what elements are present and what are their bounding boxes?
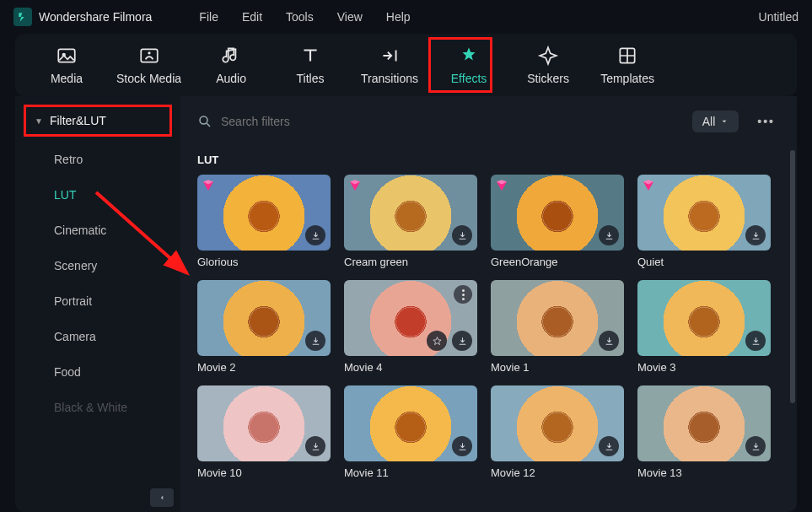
effect-thumbnail[interactable]: [197, 385, 331, 461]
sidebar-item-portrait[interactable]: Portrait: [54, 283, 180, 319]
effect-thumbnail[interactable]: [637, 280, 771, 356]
tab-stock-media[interactable]: Stock Media: [116, 45, 181, 85]
search-input[interactable]: [221, 115, 368, 128]
chevron-down-icon: ▼: [35, 116, 43, 126]
filter-label: All: [702, 115, 716, 128]
titles-icon: [299, 45, 321, 67]
tab-label: Effects: [451, 72, 487, 85]
effect-label: Movie 13: [637, 466, 771, 479]
sidebar-item-scenery[interactable]: Scenery: [54, 248, 180, 283]
scrollbar[interactable]: [790, 150, 795, 403]
download-button[interactable]: [452, 436, 472, 456]
download-button[interactable]: [599, 436, 619, 456]
tab-label: Stock Media: [116, 72, 181, 85]
effect-card[interactable]: Movie 13: [637, 385, 771, 479]
effect-label: Movie 1: [491, 361, 624, 374]
menu-file[interactable]: File: [199, 10, 218, 24]
titlebar: Wondershare Filmora FileEditToolsViewHel…: [0, 0, 812, 34]
menu-tools[interactable]: Tools: [286, 10, 314, 24]
menu-help[interactable]: Help: [386, 10, 411, 24]
tab-effects[interactable]: Effects: [439, 45, 498, 85]
effect-thumbnail[interactable]: [344, 175, 477, 251]
templates-icon: [616, 45, 638, 67]
download-button[interactable]: [452, 225, 472, 245]
effect-card[interactable]: Movie 3: [637, 280, 771, 374]
tab-transitions[interactable]: Transitions: [360, 45, 419, 85]
premium-badge-icon: [201, 178, 216, 193]
audio-icon: [220, 45, 242, 67]
download-button[interactable]: [305, 331, 325, 351]
tab-stickers[interactable]: Stickers: [519, 45, 578, 85]
download-button[interactable]: [599, 331, 619, 351]
search-box[interactable]: [197, 114, 679, 129]
effect-label: Movie 2: [197, 361, 331, 374]
effect-thumbnail[interactable]: [491, 175, 624, 251]
sidebar-item-cinematic[interactable]: Cinematic: [54, 213, 180, 248]
download-button[interactable]: [452, 331, 472, 351]
menu-bar: FileEditToolsViewHelp: [199, 10, 410, 24]
effect-card[interactable]: Movie 10: [197, 385, 331, 479]
effect-card[interactable]: Cream green: [344, 175, 477, 268]
tab-titles[interactable]: Titles: [281, 45, 340, 85]
download-button[interactable]: [745, 225, 766, 245]
effect-card[interactable]: Movie 4: [344, 280, 477, 374]
svg-point-5: [200, 116, 207, 124]
tab-audio[interactable]: Audio: [202, 45, 261, 85]
download-button[interactable]: [599, 225, 619, 245]
menu-view[interactable]: View: [337, 10, 363, 24]
effect-card[interactable]: GreenOrange: [491, 175, 624, 268]
app-logo-icon: [13, 8, 32, 26]
effect-card[interactable]: Quiet: [637, 175, 771, 268]
effect-thumbnail[interactable]: [197, 280, 331, 356]
effect-thumbnail[interactable]: [491, 280, 624, 356]
stock-media-icon: [138, 45, 160, 67]
effects-grid: GloriousCream greenGreenOrangeQuietMovie…: [197, 175, 780, 479]
effect-thumbnail[interactable]: [344, 280, 477, 356]
effect-card[interactable]: Movie 11: [344, 385, 477, 479]
stickers-icon: [537, 45, 559, 67]
effect-label: GreenOrange: [491, 256, 624, 268]
category-list: RetroLUTCinematicSceneryPortraitCameraFo…: [15, 142, 180, 425]
category-heading-filter-lut[interactable]: ▼ Filter&LUT: [24, 105, 172, 137]
download-button[interactable]: [305, 225, 325, 245]
premium-badge-icon: [641, 178, 656, 193]
sidebar-item-camera[interactable]: Camera: [54, 319, 180, 354]
chevron-down-icon: [720, 117, 729, 126]
download-button[interactable]: [745, 436, 766, 456]
download-button[interactable]: [745, 331, 766, 351]
sidebar-item-lut[interactable]: LUT: [54, 177, 180, 213]
sidebar-item-retro[interactable]: Retro: [54, 142, 180, 177]
effect-label: Movie 4: [344, 361, 477, 374]
effect-label: Movie 11: [344, 466, 477, 479]
effect-thumbnail[interactable]: [197, 175, 331, 251]
svg-rect-2: [141, 49, 158, 62]
sidebar-item-food[interactable]: Food: [54, 354, 180, 390]
premium-badge-icon: [494, 178, 509, 193]
effect-card[interactable]: Movie 12: [491, 385, 624, 479]
filter-dropdown[interactable]: All: [692, 110, 739, 132]
favorite-button[interactable]: [427, 331, 447, 351]
effect-thumbnail[interactable]: [637, 385, 771, 461]
premium-badge-icon: [347, 178, 363, 193]
effect-thumbnail[interactable]: [637, 175, 771, 251]
effect-label: Movie 3: [637, 361, 771, 374]
app-brand: Wondershare Filmora: [13, 8, 152, 26]
effect-card[interactable]: Glorious: [197, 175, 331, 268]
asset-tabs: MediaStock MediaAudioTitlesTransitionsEf…: [15, 34, 797, 96]
tab-templates[interactable]: Templates: [598, 45, 657, 85]
effect-card[interactable]: Movie 1: [491, 280, 624, 374]
effect-thumbnail[interactable]: [344, 385, 477, 461]
category-heading-label: Filter&LUT: [50, 114, 106, 127]
download-button[interactable]: [305, 436, 325, 456]
more-menu-button[interactable]: •••: [752, 111, 780, 132]
effect-card[interactable]: Movie 2: [197, 280, 331, 374]
transitions-icon: [379, 45, 401, 67]
tab-media[interactable]: Media: [37, 45, 96, 85]
sidebar-item-black-white[interactable]: Black & White: [54, 390, 180, 425]
collapse-sidebar-button[interactable]: [150, 488, 174, 507]
effects-icon: [458, 45, 480, 67]
card-options-button[interactable]: [454, 285, 472, 304]
effect-thumbnail[interactable]: [491, 385, 624, 461]
effect-label: Movie 10: [197, 466, 331, 479]
menu-edit[interactable]: Edit: [242, 10, 262, 24]
